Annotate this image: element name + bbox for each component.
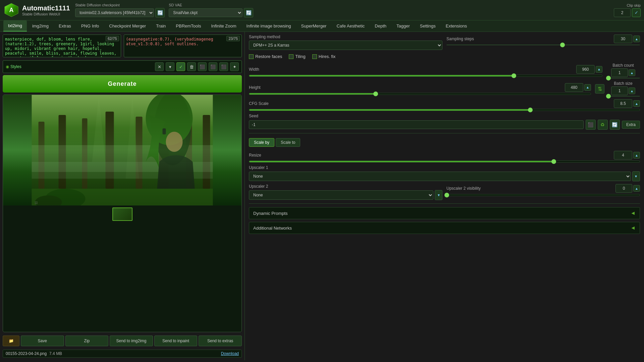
svg-point-15 — [166, 132, 183, 152]
seed-recycle-btn[interactable]: ♻ — [598, 120, 608, 130]
width-input[interactable] — [576, 65, 595, 74]
folder-button[interactable]: 📁 — [3, 336, 19, 346]
negative-prompt-textarea[interactable] — [124, 35, 242, 57]
resize-up[interactable]: ▲ — [633, 152, 640, 159]
additional-networks-header[interactable]: Additional Networks ◄ — [249, 222, 640, 234]
upscaler2-select[interactable]: None — [249, 190, 433, 200]
upscaler2-vis-input[interactable] — [615, 184, 632, 193]
tab-img2img[interactable]: img2img — [28, 21, 53, 31]
batch-size-input[interactable] — [611, 86, 628, 95]
sampling-method-select[interactable]: DPM++ 2S a Karras — [249, 41, 442, 50]
divider-1 — [249, 133, 640, 133]
resize-slider-fill — [249, 161, 554, 162]
seed-refresh-btn[interactable]: 🔄 — [610, 120, 620, 130]
tab-cafe-aesthetic[interactable]: Cafe Aesthetic — [332, 21, 369, 31]
scale-to-tab[interactable]: Scale to — [276, 138, 300, 147]
styles-clear-btn[interactable]: ✕ — [155, 62, 164, 71]
width-slider-thumb[interactable] — [512, 73, 516, 78]
width-up[interactable]: ▲ — [596, 66, 602, 73]
styles-label-text: Styles — [10, 64, 21, 69]
hires-fix-checkbox[interactable]: Hires. fix — [312, 54, 336, 59]
sampling-steps-input[interactable] — [614, 35, 632, 43]
tab-supermerger[interactable]: SuperMerger — [297, 21, 331, 31]
generate-button[interactable]: Generate — [3, 75, 242, 93]
clip-skip-checkbox[interactable]: ✓ — [632, 8, 641, 17]
header-controls: Stable Diffusion checkpoint toximix02.3.… — [75, 3, 608, 17]
dynamic-prompts-accordion: Dynamic Prompts ◄ — [249, 207, 640, 219]
tab-infinite-image[interactable]: Infinite image browsing — [242, 21, 296, 31]
download-link[interactable]: Download — [221, 351, 239, 356]
tab-depth[interactable]: Depth — [370, 21, 391, 31]
upscaler1-select[interactable]: None — [249, 172, 631, 181]
resize-input[interactable] — [614, 151, 632, 160]
batch-count-up[interactable]: ▲ — [629, 69, 635, 76]
send-extras-button[interactable]: Send to extras — [199, 336, 242, 346]
header: A Automatic1111 Stable Diffusion WebUI S… — [0, 0, 644, 20]
file-size: 7.4 MB — [49, 351, 218, 356]
cfg-scale-up[interactable]: ▲ — [633, 100, 640, 107]
upscaler1-dropdown-arrow[interactable]: ▾ — [632, 171, 640, 181]
tiling-checkbox[interactable]: Tiling — [289, 54, 306, 59]
file-bar: 00155-2023-04-24.png 7.4 MB Download — [3, 350, 242, 358]
tab-infinite-zoom[interactable]: Infinite Zoom — [206, 21, 241, 31]
batch-count-thumb[interactable] — [606, 76, 611, 80]
cfg-scale-input[interactable] — [614, 99, 632, 108]
send-inpaint-button[interactable]: Send to inpaint — [154, 336, 198, 346]
vae-refresh-btn[interactable]: 🔄 — [244, 8, 253, 17]
send-img2img-button[interactable]: Send to img2img — [110, 336, 153, 346]
positive-prompt-box: 62/75 — [3, 35, 121, 58]
upscaler2-dropdown-arrow[interactable]: ▾ — [435, 190, 442, 200]
styles-trash-btn[interactable]: 🗑 — [187, 62, 196, 71]
tab-txt2img[interactable]: txt2img — [3, 20, 27, 32]
upscaler2-vis-thumb[interactable] — [444, 193, 449, 197]
checkpoint-refresh-btn[interactable]: 🔄 — [155, 8, 165, 17]
upscaler1-label: Upscaler 1 — [249, 165, 640, 170]
cfg-slider-thumb[interactable] — [528, 108, 533, 112]
tab-extensions[interactable]: Extensions — [441, 21, 472, 31]
batch-size-thumb[interactable] — [606, 94, 611, 99]
scale-by-tab[interactable]: Scale by — [249, 138, 274, 147]
tab-settings[interactable]: Settings — [415, 21, 440, 31]
tab-png-info[interactable]: PNG Info — [76, 21, 104, 31]
checkpoint-select[interactable]: toximix02.3.safetensors [45fef41b72] — [75, 8, 154, 17]
logo-area: A Automatic1111 Stable Diffusion WebUI — [3, 2, 70, 18]
save-button[interactable]: Save — [21, 336, 64, 346]
tab-train[interactable]: Train — [151, 21, 170, 31]
upscaler2-label: Upscaler 2 — [249, 184, 442, 189]
sampling-steps-up[interactable]: ▲ — [633, 36, 640, 42]
clip-skip-input[interactable] — [614, 8, 631, 17]
seed-extra-btn[interactable]: Extra — [622, 121, 640, 129]
styles-red-btn[interactable]: ⬛ — [198, 62, 207, 71]
upscaler2-vis-up[interactable]: ▲ — [633, 185, 640, 192]
logo-subtitle: Stable Diffusion WebUI — [22, 12, 70, 16]
swap-dimensions-btn[interactable]: ⇅ — [595, 84, 604, 94]
thumbnail-item[interactable] — [112, 207, 132, 221]
resize-slider-thumb[interactable] — [551, 159, 556, 164]
restore-faces-checkbox[interactable]: Restore faces — [249, 54, 282, 59]
tab-pbremtools[interactable]: PBRemTools — [171, 21, 206, 31]
height-input[interactable] — [565, 83, 583, 92]
styles-brown-btn[interactable]: ⬛ — [209, 62, 217, 71]
logo-title: Automatic1111 — [22, 4, 70, 12]
seed-label: Seed — [249, 114, 640, 118]
logo-text: Automatic1111 Stable Diffusion WebUI — [22, 4, 70, 16]
tab-checkpoint-merger[interactable]: Checkpoint Merger — [104, 21, 151, 31]
height-up[interactable]: ▲ — [584, 84, 591, 91]
styles-dark-btn[interactable]: ⬛ — [219, 62, 228, 71]
width-slider-track — [249, 75, 602, 77]
batch-size-up[interactable]: ▲ — [629, 87, 635, 94]
vae-select[interactable]: SnailVae.ckpt — [169, 8, 243, 17]
height-slider-thumb[interactable] — [373, 92, 378, 96]
styles-extra-btn[interactable]: ✦ — [230, 62, 239, 71]
sampling-steps-slider-thumb[interactable] — [560, 43, 565, 47]
styles-check-btn[interactable]: ✓ — [176, 62, 185, 71]
batch-count-input[interactable] — [611, 68, 628, 77]
tab-tagger[interactable]: Tagger — [392, 21, 415, 31]
positive-prompt-textarea[interactable] — [3, 35, 121, 57]
tab-extras[interactable]: Extras — [54, 21, 76, 31]
dynamic-prompts-header[interactable]: Dynamic Prompts ◄ — [249, 207, 640, 219]
styles-dropdown-btn[interactable]: ▾ — [166, 62, 174, 71]
seed-input[interactable] — [249, 120, 584, 129]
zip-button[interactable]: Zip — [65, 336, 109, 346]
seed-input-toggle[interactable]: ⬛ — [586, 120, 596, 130]
